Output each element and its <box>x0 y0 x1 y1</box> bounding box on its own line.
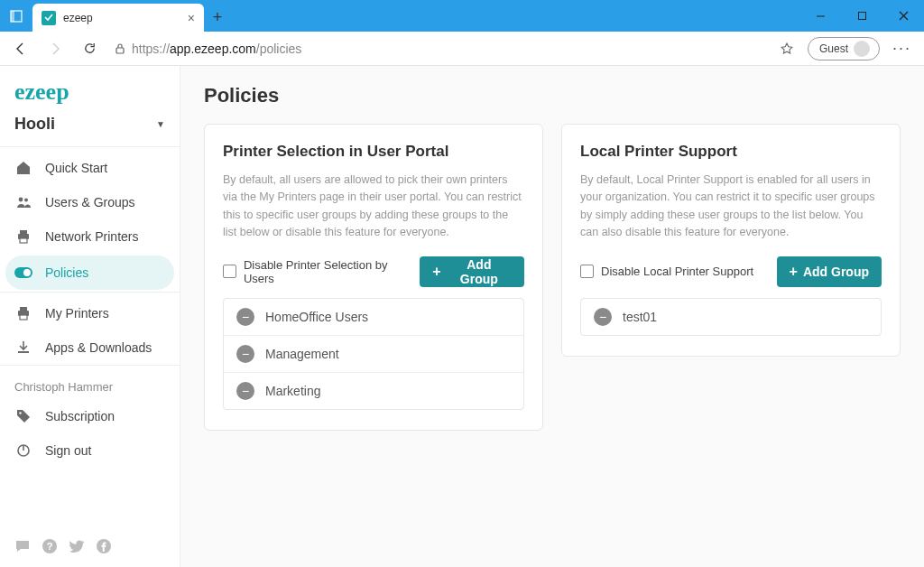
logo-text: ezeep <box>14 79 69 105</box>
social-links: ? <box>0 525 180 567</box>
tab-close-icon[interactable]: × <box>188 11 195 25</box>
sidebar-item-label: Sign out <box>45 443 91 458</box>
lock-icon <box>114 42 126 55</box>
svg-rect-10 <box>20 230 27 234</box>
sidebar: ezeep Hooli ▼ Quick Start Users & Groups… <box>0 66 180 567</box>
forward-button[interactable] <box>42 35 69 62</box>
card-actions: Disable Printer Selection by Users + Add… <box>223 256 524 287</box>
divider <box>0 292 180 293</box>
sidebar-item-policies[interactable]: Policies <box>5 256 174 290</box>
add-group-button[interactable]: + Add Group <box>420 256 524 287</box>
tag-icon <box>14 408 32 424</box>
policy-cards: Printer Selection in User Portal By defa… <box>204 124 901 431</box>
browser-menu-button[interactable]: ··· <box>887 39 917 58</box>
sidebar-item-users-groups[interactable]: Users & Groups <box>0 185 180 219</box>
add-group-label: Add Group <box>803 265 869 279</box>
group-row: − HomeOffice Users <box>224 299 523 336</box>
new-tab-button[interactable]: + <box>204 4 231 32</box>
app-menu-icon[interactable] <box>0 0 32 32</box>
divider <box>0 365 180 366</box>
app-frame: ezeep Hooli ▼ Quick Start Users & Groups… <box>0 66 924 567</box>
checkbox-label: Disable Local Printer Support <box>601 265 753 278</box>
sidebar-item-signout[interactable]: Sign out <box>0 433 180 468</box>
svg-rect-15 <box>20 307 27 311</box>
facebook-icon[interactable] <box>96 538 112 554</box>
users-icon <box>14 194 32 210</box>
card-actions: Disable Local Printer Support + Add Grou… <box>580 256 882 287</box>
svg-rect-11 <box>20 238 27 243</box>
chevron-down-icon: ▼ <box>156 119 165 129</box>
svg-point-13 <box>23 269 31 276</box>
group-name: test01 <box>623 310 657 324</box>
remove-group-button[interactable]: − <box>594 308 612 326</box>
current-user-name: Christoph Hammer <box>0 369 180 399</box>
url-path: /policies <box>256 42 302 56</box>
browser-toolbar: https://app.ezeep.com/policies Guest ··· <box>0 32 924 66</box>
profile-label: Guest <box>819 42 848 55</box>
tab-favicon <box>42 11 56 25</box>
svg-rect-1 <box>11 11 14 22</box>
sidebar-item-label: Policies <box>45 265 88 280</box>
toggle-icon <box>14 267 32 278</box>
svg-rect-6 <box>116 48 124 53</box>
avatar-icon <box>854 41 870 57</box>
back-button[interactable] <box>7 35 34 62</box>
browser-tab[interactable]: ezeep × <box>32 4 204 32</box>
card-title: Printer Selection in User Portal <box>223 143 524 161</box>
printer-icon <box>14 305 32 321</box>
sidebar-item-subscription[interactable]: Subscription <box>0 399 180 433</box>
checkbox-label: Disable Printer Selection by Users <box>244 258 420 285</box>
sidebar-item-quick-start[interactable]: Quick Start <box>0 151 180 185</box>
url-scheme: https:// <box>132 42 170 56</box>
window-close-button[interactable] <box>882 0 924 32</box>
divider <box>0 146 180 147</box>
sidebar-item-apps-downloads[interactable]: Apps & Downloads <box>0 330 180 365</box>
group-row: − Management <box>224 336 523 373</box>
disable-checkbox[interactable]: Disable Printer Selection by Users <box>223 258 420 285</box>
group-row: − Marketing <box>224 373 523 409</box>
group-row: − test01 <box>581 299 881 335</box>
card-description: By default, all users are allowed to pic… <box>223 172 524 242</box>
window-controls <box>799 0 924 32</box>
remove-group-button[interactable]: − <box>236 308 254 326</box>
checkbox-icon <box>580 265 594 278</box>
sidebar-item-my-printers[interactable]: My Printers <box>0 296 180 330</box>
remove-group-button[interactable]: − <box>236 345 254 363</box>
org-selector[interactable]: Hooli ▼ <box>0 111 180 146</box>
sidebar-item-label: Apps & Downloads <box>45 340 152 355</box>
add-group-label: Add Group <box>447 257 512 286</box>
svg-point-8 <box>24 199 28 202</box>
profile-button[interactable]: Guest <box>808 37 880 60</box>
sidebar-item-label: Subscription <box>45 409 115 423</box>
plus-icon: + <box>432 264 440 280</box>
window-minimize-button[interactable] <box>799 0 841 32</box>
twitter-icon[interactable] <box>69 538 85 554</box>
url-host: app.ezeep.com <box>170 42 256 56</box>
group-name: HomeOffice Users <box>265 310 368 324</box>
address-bar[interactable]: https://app.ezeep.com/policies <box>110 42 766 56</box>
refresh-button[interactable] <box>76 35 103 62</box>
svg-point-18 <box>19 412 21 414</box>
org-name: Hooli <box>14 115 55 134</box>
group-name: Management <box>265 347 339 361</box>
tab-title: ezeep <box>63 12 180 24</box>
favorites-button[interactable] <box>773 35 800 62</box>
window-maximize-button[interactable] <box>841 0 882 32</box>
main-content: Policies Printer Selection in User Porta… <box>180 66 924 567</box>
plus-icon: + <box>790 264 798 280</box>
logo[interactable]: ezeep <box>0 66 180 111</box>
checkbox-icon <box>223 265 236 278</box>
download-icon <box>14 339 32 356</box>
disable-checkbox[interactable]: Disable Local Printer Support <box>580 265 753 278</box>
sidebar-item-network-printers[interactable]: Network Printers <box>0 219 180 254</box>
home-icon <box>14 160 32 176</box>
remove-group-button[interactable]: − <box>236 382 254 400</box>
group-name: Marketing <box>265 384 320 398</box>
chat-icon[interactable] <box>14 538 31 554</box>
sidebar-item-label: My Printers <box>45 306 109 321</box>
sidebar-item-label: Users & Groups <box>45 195 135 209</box>
help-icon[interactable]: ? <box>42 538 58 554</box>
svg-rect-16 <box>20 315 27 320</box>
policy-card-local-printer: Local Printer Support By default, Local … <box>561 124 901 357</box>
add-group-button[interactable]: + Add Group <box>777 256 882 287</box>
